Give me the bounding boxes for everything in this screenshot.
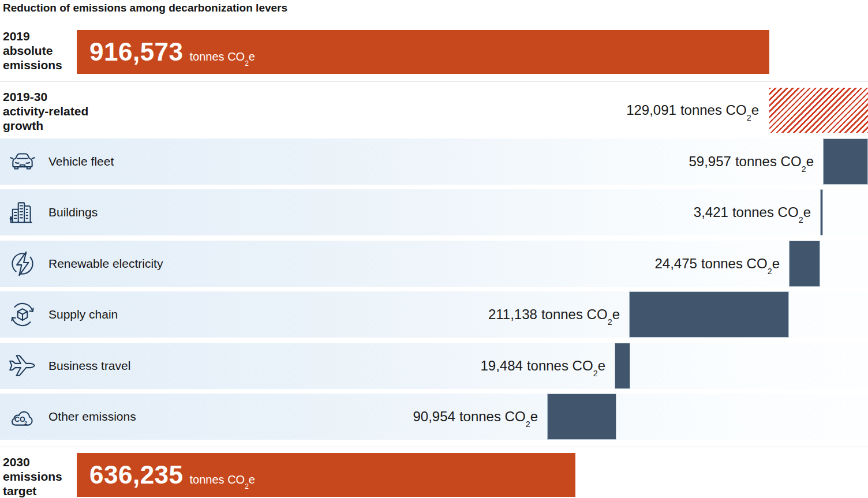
renewable-electricity-bar: [789, 241, 820, 287]
buildings-bar: [820, 189, 823, 235]
co2-cloud-icon: CO 2: [8, 402, 37, 431]
supply-chain-cycle-icon: [8, 300, 37, 329]
lever-row-buildings: Buildings 3,421 tonnes CO2e: [0, 189, 868, 235]
lever-label: Other emissions: [48, 410, 136, 424]
growth-value: 129,091 tonnes CO2e: [626, 88, 759, 133]
end-row-label: 2030 emissions target: [3, 455, 62, 498]
target-emissions-bar: 636,235 tonnes CO2e: [77, 453, 575, 497]
lever-row-vehicle-fleet: Vehicle fleet 59,957 tonnes CO2e: [0, 138, 868, 185]
lever-row-other-emissions: CO 2 Other emissions 90,954 tonnes CO2e: [0, 394, 868, 440]
growth-row-label: 2019-30 activity-related growth: [3, 89, 88, 133]
start-value: 916,573: [89, 38, 184, 66]
lever-value: 24,475 tonnes CO2e: [654, 241, 780, 287]
airplane-icon: [8, 351, 37, 380]
car-icon: [8, 147, 37, 176]
start-row-label: 2019 absolute emissions: [3, 29, 62, 72]
start-emissions-bar: 916,573 tonnes CO2e: [77, 30, 769, 74]
growth-hatched-bar: [769, 88, 868, 133]
separator-bottom: [0, 447, 868, 447]
lever-row-business-travel: Business travel 19,484 tonnes CO2e: [0, 343, 868, 389]
supply-chain-bar: [629, 291, 789, 338]
lever-value: 59,957 tonnes CO2e: [689, 138, 814, 185]
lightning-bolt-icon: [8, 249, 37, 278]
waterfall-chart: Reduction of emissions among decarboniza…: [0, 0, 868, 498]
lever-row-renewable-electricity: Renewable electricity 24,475 tonnes CO2e: [0, 241, 868, 287]
lever-label: Vehicle fleet: [48, 155, 114, 169]
target-value: 636,235: [89, 460, 184, 489]
chart-title: Reduction of emissions among decarboniza…: [3, 2, 287, 14]
lever-value: 19,484 tonnes CO2e: [480, 343, 605, 389]
lever-value: 211,138 tonnes CO2e: [488, 291, 620, 338]
other-emissions-bar: [547, 394, 616, 440]
svg-text:2: 2: [24, 420, 27, 426]
lever-row-supply-chain: Supply chain 211,138 tonnes CO2e: [0, 291, 868, 338]
business-travel-bar: [615, 343, 630, 389]
lever-value: 90,954 tonnes CO2e: [413, 394, 538, 440]
lever-value: 3,421 tonnes CO2e: [694, 189, 811, 235]
buildings-icon: [8, 198, 37, 227]
lever-label: Supply chain: [48, 308, 118, 321]
lever-label: Business travel: [48, 359, 130, 373]
target-unit: tonnes CO2e: [190, 473, 255, 486]
svg-text:CO: CO: [14, 415, 25, 424]
lever-label: Renewable electricity: [48, 257, 163, 271]
start-unit: tonnes CO2e: [190, 50, 255, 63]
vehicle-fleet-bar: [823, 138, 868, 185]
separator-top: [0, 81, 868, 82]
lever-label: Buildings: [48, 205, 98, 219]
